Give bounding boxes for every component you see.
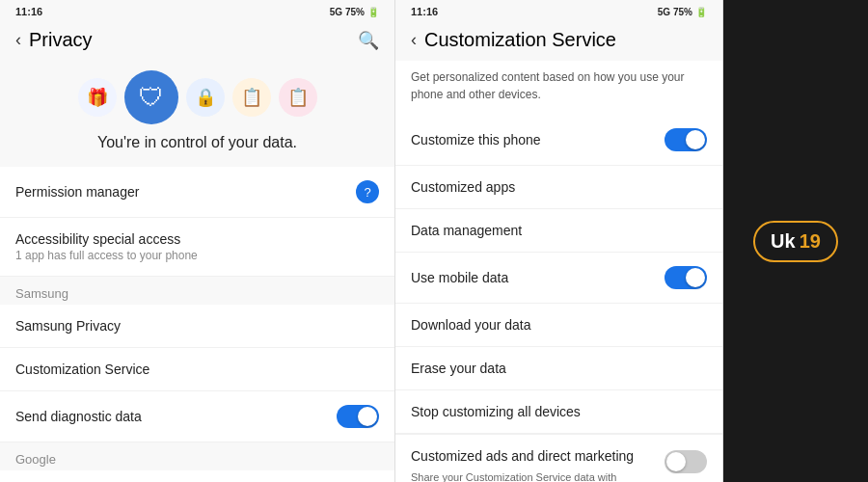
accessibility-label: Accessibility special access xyxy=(15,231,379,247)
left-status-bar: 11:16 5G 75% 🔋 xyxy=(0,0,394,23)
logo-text-uk: Uk xyxy=(771,230,796,253)
hero-icon-doc2: 📋 xyxy=(279,78,317,117)
customized-apps-label: Customized apps xyxy=(411,179,515,195)
search-button[interactable]: 🔍 xyxy=(358,30,379,51)
diagnostic-toggle-knob xyxy=(358,407,377,426)
hero-text: You're in control of your data. xyxy=(97,134,297,151)
left-page-title: Privacy xyxy=(29,29,358,51)
download-data-label: Download your data xyxy=(411,317,531,333)
data-management-item[interactable]: Data management xyxy=(395,209,722,253)
left-battery: 75% xyxy=(345,7,365,17)
right-description: Get personalized content based on how yo… xyxy=(395,61,722,115)
mobile-data-toggle[interactable] xyxy=(665,266,707,289)
hero-icon-lock: 🔒 xyxy=(186,78,225,117)
right-panel: 11:16 5G 75% 🔋 ‹ Customization Service G… xyxy=(395,0,723,482)
right-signal: 5G xyxy=(658,7,670,17)
diagnostic-label: Send diagnostic data xyxy=(15,409,142,424)
mobile-data-label: Use mobile data xyxy=(411,270,508,285)
customize-phone-label: Customize this phone xyxy=(411,132,541,147)
left-signal: 5G xyxy=(330,7,342,17)
hero-icon-gift: 🎁 xyxy=(78,78,117,117)
right-status-bar: 11:16 5G 75% 🔋 xyxy=(395,0,722,23)
customization-service-label: Customization Service xyxy=(15,362,149,377)
google-section-label: Google xyxy=(0,442,394,470)
customized-ads-section: Customized ads and direct marketing Shar… xyxy=(395,434,722,482)
left-header: ‹ Privacy 🔍 xyxy=(0,23,394,61)
logo-badge: Uk 19 xyxy=(753,221,838,262)
stop-customizing-item[interactable]: Stop customizing all devices xyxy=(395,390,722,434)
samsung-privacy-label: Samsung Privacy xyxy=(15,318,121,334)
diagnostic-toggle[interactable] xyxy=(337,405,379,428)
samsung-section-label: Samsung xyxy=(0,277,394,305)
customize-phone-knob xyxy=(686,130,705,149)
hero-icons-row: 🎁 🛡 🔒 📋 📋 xyxy=(78,70,317,124)
right-battery: 75% xyxy=(673,7,692,17)
erase-data-item[interactable]: Erase your data xyxy=(395,347,722,390)
customization-service-item[interactable]: Customization Service xyxy=(0,348,394,391)
left-time: 11:16 xyxy=(15,6,42,17)
android-personalization-item[interactable]: Android personalization service xyxy=(0,470,394,482)
customize-phone-toggle[interactable] xyxy=(665,128,707,151)
hero-icon-shield: 🛡 xyxy=(124,70,178,124)
ads-toggle[interactable] xyxy=(665,450,707,473)
mobile-data-knob xyxy=(686,268,705,287)
right-header: ‹ Customization Service xyxy=(395,23,722,61)
customize-phone-item[interactable]: Customize this phone xyxy=(395,115,722,166)
logo-area: Uk 19 xyxy=(723,0,868,482)
hero-icon-doc1: 📋 xyxy=(232,78,271,117)
permission-manager-label: Permission manager xyxy=(15,184,356,200)
download-data-item[interactable]: Download your data xyxy=(395,304,722,347)
customized-apps-item[interactable]: Customized apps xyxy=(395,166,722,209)
accessibility-sub: 1 app has full access to your phone xyxy=(15,249,379,262)
customized-ads-title: Customized ads and direct marketing xyxy=(411,448,657,464)
diagnostic-item[interactable]: Send diagnostic data xyxy=(0,391,394,442)
left-back-button[interactable]: ‹ xyxy=(15,30,21,50)
permission-manager-help[interactable]: ? xyxy=(356,180,379,203)
hero-section: 🎁 🛡 🔒 📋 📋 You're in control of your data… xyxy=(0,61,394,167)
logo-text-19: 19 xyxy=(800,230,821,253)
data-management-label: Data management xyxy=(411,223,522,238)
ads-toggle-knob xyxy=(666,452,686,471)
right-time: 11:16 xyxy=(411,6,438,17)
right-back-button[interactable]: ‹ xyxy=(411,30,417,50)
erase-data-label: Erase your data xyxy=(411,361,506,376)
stop-customizing-label: Stop customizing all devices xyxy=(411,404,581,419)
accessibility-item[interactable]: Accessibility special access 1 app has f… xyxy=(0,218,394,277)
right-page-title: Customization Service xyxy=(424,29,707,51)
customized-ads-desc1: Share your Customization Service data wi… xyxy=(411,469,657,482)
left-panel: 11:16 5G 75% 🔋 ‹ Privacy 🔍 🎁 🛡 🔒 📋 📋 You… xyxy=(0,0,395,482)
right-status-icons: 5G 75% 🔋 xyxy=(658,7,707,17)
customized-ads-header: Customized ads and direct marketing Shar… xyxy=(411,448,707,482)
left-status-icons: 5G 75% 🔋 xyxy=(330,7,379,17)
mobile-data-item[interactable]: Use mobile data xyxy=(395,253,722,304)
samsung-privacy-item[interactable]: Samsung Privacy xyxy=(0,305,394,348)
permission-manager-item[interactable]: Permission manager ? xyxy=(0,167,394,218)
